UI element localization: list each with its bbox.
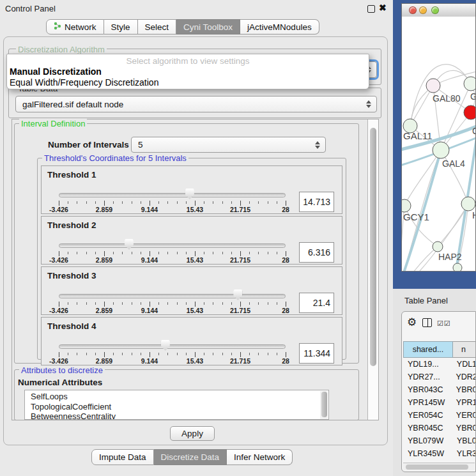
network-node[interactable] — [426, 79, 440, 93]
network-node[interactable] — [453, 263, 462, 271]
slider-tick — [104, 251, 105, 256]
slider-tick — [59, 352, 59, 357]
slider-tick-label: 2.859 — [96, 357, 112, 365]
table-row[interactable]: YBR045C YBR0 — [403, 422, 476, 434]
table-data-value: galFiltered.sif default node — [22, 100, 123, 109]
table-row[interactable]: YBL079W YBL0 — [403, 434, 476, 447]
threshold-value-input[interactable]: 6.316 — [299, 242, 334, 263]
apply-button[interactable]: Apply — [170, 426, 215, 441]
tab-network[interactable]: Network — [46, 19, 104, 35]
tab-style[interactable]: Style — [104, 19, 138, 35]
slider-tick — [86, 302, 87, 305]
numerical-attributes-list: SelfLoopsTopologicalCoefficientBetweenne… — [24, 390, 329, 420]
tab-select[interactable]: Select — [138, 19, 177, 35]
network-node[interactable] — [461, 197, 475, 211]
threshold-value-input[interactable]: 21.4 — [299, 293, 334, 313]
gear-icon[interactable]: ⚙ — [407, 316, 417, 329]
slider-track[interactable] — [59, 193, 286, 197]
attribute-item[interactable]: TopologicalCoefficient — [25, 402, 328, 412]
slider-tick — [177, 252, 178, 254]
slider-tick — [204, 252, 204, 254]
cell-shared-name: YPR145W — [403, 398, 453, 407]
slider-tick — [167, 353, 168, 355]
cell-name: YBR0 — [453, 424, 476, 433]
slider-tick-label: 9.144 — [141, 206, 158, 213]
tab-impute-data[interactable]: Impute Data — [91, 449, 154, 465]
slider-tick — [59, 201, 59, 206]
header-cell-shared[interactable]: shared... — [403, 341, 453, 358]
threshold-value-input[interactable]: 14.713 — [299, 192, 334, 212]
slider-handle[interactable] — [125, 239, 134, 250]
slider-tick — [122, 302, 123, 305]
table-data-combo[interactable]: galFiltered.sif default node — [15, 96, 377, 112]
header-cell-name[interactable]: n — [453, 341, 476, 358]
slider-tick-label: -3.426 — [49, 357, 68, 365]
algorithm-option[interactable]: Manual Discretization — [7, 66, 369, 77]
algorithm-popup: Select algorithm to view settings Manual… — [6, 54, 369, 89]
slider-tick — [141, 201, 141, 204]
zoom-traffic-light[interactable] — [431, 6, 439, 14]
close-icon[interactable]: ✖ — [379, 3, 387, 13]
vertical-scrollbar[interactable] — [367, 119, 378, 420]
hscrollbar-thumb[interactable] — [406, 464, 468, 470]
tab-infer-network[interactable]: Infer Network — [227, 449, 293, 465]
minimize-traffic-light[interactable] — [419, 6, 427, 14]
tab-jactivemnodules[interactable]: jActiveMNodules — [240, 19, 319, 35]
slider-tick-label: 28 — [282, 256, 289, 264]
columns-icon[interactable] — [422, 318, 432, 327]
slider-tick — [268, 252, 268, 254]
slider-handle[interactable] — [161, 340, 170, 351]
slider-track[interactable] — [59, 294, 286, 298]
number-of-intervals-label: Number of Intervals — [48, 140, 129, 150]
network-window-titlebar[interactable] — [402, 4, 475, 17]
table-row[interactable]: YBR043C YBR0 — [403, 383, 476, 396]
network-canvas[interactable]: GAL80GACGAL11GAL4GCY1HHAP2 — [402, 17, 475, 271]
slider-tick-label: 9.144 — [141, 256, 158, 264]
tab-cyni-toolbox[interactable]: Cyni Toolbox — [176, 19, 240, 35]
slider-handle[interactable] — [185, 188, 194, 199]
slider-track[interactable] — [59, 243, 286, 248]
table-row[interactable]: YDL19... YDL1 — [403, 358, 476, 371]
attribute-item[interactable]: BetweennessCentrality — [25, 411, 328, 420]
slider-tick-label: 15.43 — [187, 307, 203, 314]
network-node[interactable] — [464, 105, 475, 119]
table-row[interactable]: YDR27... YDR2 — [403, 371, 476, 383]
threshold-value-input[interactable]: 11.344 — [299, 343, 334, 364]
slider-tick — [167, 201, 168, 204]
slider-tick — [195, 201, 196, 206]
list-scrollbar[interactable] — [320, 391, 328, 419]
slider-tick — [249, 252, 250, 254]
number-of-intervals-combo[interactable]: 5 — [131, 137, 326, 153]
slider-tick — [204, 353, 204, 355]
slider-tick — [231, 252, 232, 254]
slider-tick — [258, 353, 259, 355]
slider-track[interactable] — [59, 344, 286, 349]
slider-handle[interactable] — [233, 289, 242, 300]
slider-tick — [268, 302, 268, 305]
table-row[interactable]: YER054C YER0 — [403, 409, 476, 422]
threshold-row: Threshold 3 -3.4262.8599.14415.4321.7152… — [41, 266, 342, 315]
slider-tick — [222, 302, 223, 305]
horizontal-scrollbar[interactable] — [403, 463, 475, 470]
slider-tick — [167, 252, 168, 254]
scrollbar-thumb[interactable] — [370, 128, 376, 366]
algorithm-option[interactable]: Equal Width/Frequency Discretization — [7, 77, 369, 88]
close-traffic-light[interactable] — [409, 6, 417, 14]
tab-discretize-data[interactable]: Discretize Data — [154, 449, 227, 465]
checkbox-icons[interactable]: ☑☑ — [437, 319, 451, 328]
network-node[interactable] — [402, 199, 411, 212]
table-row[interactable]: YLR345W YLR3 — [403, 447, 476, 460]
slider-tick — [286, 302, 286, 307]
attribute-item[interactable]: SelfLoops — [25, 392, 328, 402]
slider-tick — [158, 201, 159, 204]
list-scrollbar-thumb[interactable] — [321, 392, 327, 417]
network-node[interactable] — [433, 142, 449, 158]
network-node[interactable] — [464, 77, 475, 91]
table-row[interactable]: YPR145W YPR1 — [403, 396, 476, 409]
float-window-icon[interactable] — [367, 5, 375, 13]
slider-tick — [258, 252, 259, 254]
slider-tick-labels: -3.4262.8599.14415.4321.71528 — [59, 357, 286, 365]
network-node[interactable] — [433, 242, 443, 252]
tab-label: Network — [65, 22, 96, 32]
slider-tick — [204, 302, 204, 305]
